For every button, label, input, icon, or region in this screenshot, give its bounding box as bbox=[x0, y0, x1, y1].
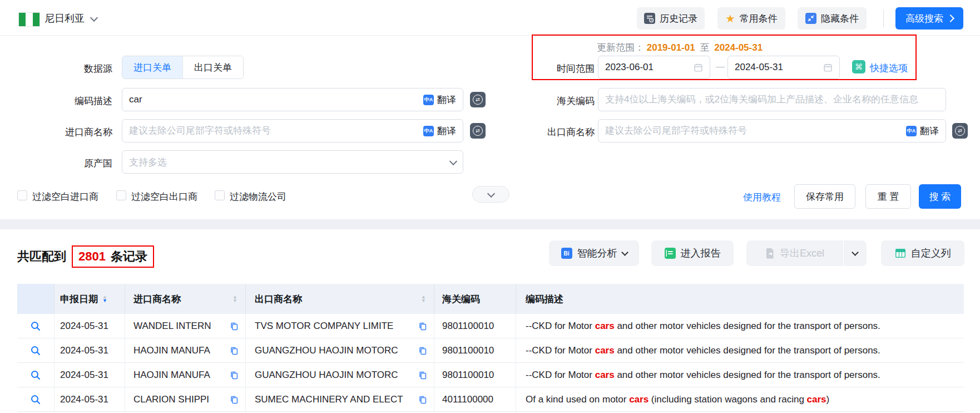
favorites-button-label: 常用条件 bbox=[740, 12, 778, 25]
data-source-label: 数据源 bbox=[33, 62, 112, 75]
app-window: 尼日利亚 历史记录 ★ 常用条件 隐藏条件 高级搜索 数据源 进口关单 出口关单… bbox=[0, 0, 980, 413]
advanced-search-button[interactable]: 高级搜索 bbox=[895, 7, 963, 30]
view-detail-magnifier-icon[interactable] bbox=[30, 345, 41, 356]
copy-icon[interactable] bbox=[418, 371, 427, 380]
cell-code-description: --CKD for Motor cars and other motor veh… bbox=[516, 363, 964, 387]
importer-name-input[interactable] bbox=[129, 125, 423, 136]
view-detail-magnifier-icon[interactable] bbox=[30, 370, 41, 381]
fuzzy-search-toggle[interactable]: ⇄ bbox=[470, 123, 486, 139]
match-prefix: 共匹配到 bbox=[17, 248, 66, 265]
collapse-icon bbox=[805, 13, 816, 24]
fuzzy-search-toggle[interactable]: ⇄ bbox=[952, 123, 968, 139]
column-header-5: 编码描述 bbox=[516, 284, 964, 314]
copy-icon[interactable] bbox=[418, 322, 427, 331]
translate-icon: 中A bbox=[423, 95, 434, 105]
exporter-name-label: 出口商名称 bbox=[504, 126, 595, 139]
favorites-button[interactable]: ★ 常用条件 bbox=[717, 7, 785, 30]
column-header-1[interactable]: 申报日期▲▼ bbox=[55, 284, 125, 314]
history-button[interactable]: 历史记录 bbox=[637, 7, 705, 30]
match-count: 2801 bbox=[78, 249, 106, 264]
customize-columns-button[interactable]: 自定义列 bbox=[881, 240, 964, 266]
copy-icon[interactable] bbox=[230, 395, 239, 404]
customize-columns-label: 自定义列 bbox=[911, 247, 951, 260]
keyword-highlight: cars bbox=[595, 345, 615, 356]
search-button[interactable]: 搜 索 bbox=[919, 184, 961, 209]
hide-conditions-button[interactable]: 隐藏条件 bbox=[798, 7, 867, 30]
importer-name-text: CLARION SHIPPI bbox=[133, 394, 209, 405]
origin-country-select[interactable]: 支持多选 bbox=[122, 150, 463, 174]
copy-icon[interactable] bbox=[230, 322, 239, 331]
chevron-right-icon bbox=[947, 14, 954, 22]
translate-button[interactable]: 中A 翻译 bbox=[423, 94, 456, 106]
end-date-input[interactable] bbox=[735, 62, 823, 73]
topbar-divider bbox=[883, 9, 884, 27]
hs-code-input[interactable] bbox=[605, 94, 939, 105]
fuzzy-search-toggle[interactable]: ⇄ bbox=[470, 92, 486, 107]
save-common-button[interactable]: 保存常用 bbox=[794, 184, 855, 209]
export-options-button[interactable] bbox=[844, 240, 867, 266]
sort-carets-icon[interactable]: ▲▼ bbox=[102, 295, 107, 303]
cell-hs-code: 9801100010 bbox=[434, 363, 516, 387]
enter-report-button[interactable]: 进入报告 bbox=[651, 240, 734, 266]
translate-button[interactable]: 中A 翻译 bbox=[423, 125, 456, 137]
tab-export-declarations[interactable]: 出口关单 bbox=[182, 56, 243, 78]
filter-blank-exporter-checkbox[interactable] bbox=[116, 190, 126, 200]
filter-blank-exporter-label: 过滤空白出口商 bbox=[131, 190, 197, 203]
select-chevron-down-icon bbox=[449, 157, 457, 165]
filter-logistics-checkbox[interactable] bbox=[215, 190, 225, 200]
column-header-2[interactable]: 进口商名称▲▼ bbox=[125, 284, 246, 314]
column-header-detail bbox=[17, 284, 55, 314]
column-label: 编码描述 bbox=[526, 293, 563, 306]
origin-placeholder: 支持多选 bbox=[129, 156, 167, 169]
chevron-down-icon bbox=[621, 249, 628, 256]
sort-carets-icon[interactable]: ▲▼ bbox=[421, 295, 426, 303]
cell-importer-name: HAOJIN MANUFA bbox=[125, 363, 246, 387]
collapse-form-button[interactable] bbox=[472, 186, 509, 203]
reset-button[interactable]: 重 置 bbox=[865, 184, 911, 209]
update-range-label: 更新范围： bbox=[597, 42, 644, 53]
cell-code-description: --CKD for Motor cars and other motor veh… bbox=[516, 314, 964, 338]
calendar-icon bbox=[823, 63, 833, 72]
copy-icon[interactable] bbox=[418, 346, 427, 355]
view-detail-magnifier-icon[interactable] bbox=[30, 394, 41, 405]
cell-importer-name: CLARION SHIPPI bbox=[125, 387, 246, 412]
export-excel-button[interactable]: 导出Excel bbox=[746, 240, 843, 266]
calendar-icon bbox=[694, 63, 703, 72]
export-document-icon bbox=[765, 248, 775, 259]
cell-exporter-name: GUANGZHOU HAOJIN MOTORC bbox=[246, 363, 434, 387]
start-date-input[interactable] bbox=[605, 62, 694, 73]
importer-name-text: WANDEL INTERN bbox=[133, 321, 211, 332]
time-range-label: 时间范围 bbox=[516, 62, 595, 75]
table-row: 2024-05-31CLARION SHIPPISUMEC MACHINERY … bbox=[17, 387, 964, 412]
column-header-3[interactable]: 出口商名称▲▼ bbox=[246, 284, 434, 314]
cell-declaration-date: 2024-05-31 bbox=[55, 338, 125, 363]
export-excel-split-button: 导出Excel bbox=[746, 240, 867, 266]
cell-exporter-name: TVS MOTOR COMPANY LIMITE bbox=[246, 314, 434, 338]
copy-icon[interactable] bbox=[418, 395, 427, 404]
importer-name-text: HAOJIN MANUFA bbox=[133, 370, 210, 381]
code-description-input[interactable] bbox=[129, 94, 423, 105]
copy-icon[interactable] bbox=[230, 371, 239, 380]
update-range-line: 更新范围： 2019-01-01 至 2024-05-31 bbox=[597, 41, 763, 54]
country-chevron-down-icon[interactable] bbox=[90, 14, 98, 22]
tutorial-link[interactable]: 使用教程 bbox=[743, 191, 781, 204]
exporter-name-input[interactable] bbox=[605, 125, 906, 136]
view-detail-magnifier-icon[interactable] bbox=[30, 321, 41, 332]
translate-button[interactable]: 中A 翻译 bbox=[906, 125, 939, 137]
smart-analysis-button[interactable]: Bi 智能分析 bbox=[549, 240, 639, 266]
filter-blank-importer-checkbox[interactable] bbox=[17, 190, 27, 200]
sort-carets-icon[interactable]: ▲▼ bbox=[232, 295, 237, 303]
column-header-4: 海关编码 bbox=[434, 284, 516, 314]
quick-options-link[interactable]: 快捷选项 bbox=[870, 62, 908, 75]
exporter-name-text: GUANGZHOU HAOJIN MOTORC bbox=[255, 370, 398, 381]
exporter-name-field: 中A 翻译 bbox=[598, 119, 946, 142]
exporter-name-text: SUMEC MACHINERY AND ELECT bbox=[255, 394, 403, 405]
swap-arrows-icon: ⇄ bbox=[473, 95, 483, 105]
tab-import-declarations[interactable]: 进口关单 bbox=[122, 56, 182, 78]
copy-icon[interactable] bbox=[230, 346, 239, 355]
history-button-label: 历史记录 bbox=[660, 12, 697, 25]
column-label: 海关编码 bbox=[442, 293, 480, 306]
keyword-highlight: cars bbox=[595, 370, 615, 381]
hs-code-label: 海关编码 bbox=[516, 95, 595, 107]
country-selector-label[interactable]: 尼日利亚 bbox=[44, 12, 85, 25]
